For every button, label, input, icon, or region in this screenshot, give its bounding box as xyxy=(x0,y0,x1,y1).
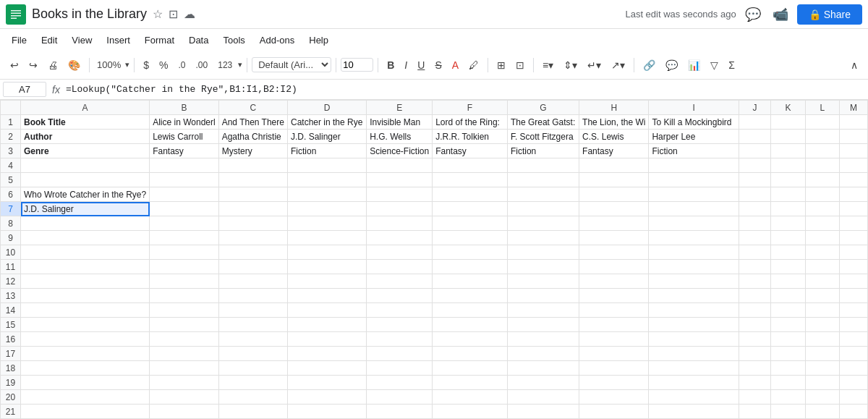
cell[interactable] xyxy=(771,187,806,202)
cell[interactable] xyxy=(287,231,366,245)
cell[interactable] xyxy=(150,289,218,303)
function-button[interactable]: Σ xyxy=(724,56,739,74)
cell[interactable] xyxy=(150,361,218,376)
cell[interactable] xyxy=(367,376,433,390)
cell[interactable] xyxy=(150,216,218,231)
cell[interactable] xyxy=(771,216,806,231)
cell[interactable] xyxy=(839,390,867,405)
cell[interactable]: Invisible Man xyxy=(367,115,433,130)
col-header-i[interactable]: I xyxy=(649,101,739,115)
cell[interactable]: Mystery xyxy=(218,144,287,158)
cell[interactable] xyxy=(739,187,770,202)
cell[interactable] xyxy=(771,332,806,347)
menu-edit[interactable]: Edit xyxy=(35,32,63,48)
cell[interactable]: The Lion, the Wi xyxy=(579,115,649,130)
cell[interactable] xyxy=(771,390,806,405)
cell[interactable] xyxy=(507,158,579,173)
cell[interactable] xyxy=(839,260,867,274)
cell[interactable] xyxy=(839,202,867,216)
col-header-d[interactable]: D xyxy=(287,101,366,115)
cell[interactable] xyxy=(21,260,150,274)
cell[interactable] xyxy=(507,332,579,347)
cell[interactable] xyxy=(839,303,867,318)
cell[interactable] xyxy=(805,173,839,187)
cell[interactable] xyxy=(579,187,649,202)
cell[interactable] xyxy=(433,390,508,405)
cell[interactable] xyxy=(649,274,739,289)
meet-button[interactable]: 📹 xyxy=(770,4,791,25)
merge-button[interactable]: ⊡ xyxy=(511,56,529,74)
cell[interactable] xyxy=(218,405,287,419)
row-header-2[interactable]: 2 xyxy=(1,130,21,144)
row-header-10[interactable]: 10 xyxy=(1,245,21,260)
row-header-13[interactable]: 13 xyxy=(1,289,21,303)
cell[interactable] xyxy=(21,231,150,245)
cell[interactable] xyxy=(839,144,867,158)
cell[interactable]: Fantasy xyxy=(579,144,649,158)
cell[interactable] xyxy=(150,173,218,187)
borders-button[interactable]: ⊞ xyxy=(493,56,510,74)
cell[interactable] xyxy=(579,376,649,390)
cell[interactable] xyxy=(367,231,433,245)
cell[interactable]: Lewis Carroll xyxy=(150,130,218,144)
menu-view[interactable]: View xyxy=(66,32,98,48)
cell[interactable] xyxy=(579,274,649,289)
cell[interactable] xyxy=(367,289,433,303)
italic-button[interactable]: I xyxy=(400,56,412,74)
cell[interactable] xyxy=(433,216,508,231)
cell[interactable] xyxy=(805,130,839,144)
cell[interactable] xyxy=(507,245,579,260)
cell[interactable] xyxy=(287,216,366,231)
cell[interactable] xyxy=(218,289,287,303)
cell[interactable] xyxy=(433,303,508,318)
cell[interactable] xyxy=(805,144,839,158)
cell[interactable] xyxy=(21,390,150,405)
cell[interactable] xyxy=(218,318,287,332)
cell[interactable]: J.R.R. Tolkien xyxy=(433,130,508,144)
font-size-input[interactable] xyxy=(341,58,373,72)
row-header-5[interactable]: 5 xyxy=(1,173,21,187)
cell[interactable]: C.S. Lewis xyxy=(579,130,649,144)
cell[interactable] xyxy=(579,158,649,173)
cell[interactable] xyxy=(839,158,867,173)
col-header-b[interactable]: B xyxy=(150,101,218,115)
star-icon[interactable]: ☆ xyxy=(153,7,163,21)
cell[interactable] xyxy=(433,187,508,202)
cell[interactable] xyxy=(218,274,287,289)
cell[interactable] xyxy=(367,260,433,274)
cell[interactable] xyxy=(771,376,806,390)
cell[interactable] xyxy=(805,405,839,419)
col-header-l[interactable]: L xyxy=(805,101,839,115)
cell[interactable] xyxy=(739,173,770,187)
cell[interactable] xyxy=(21,332,150,347)
cell[interactable] xyxy=(771,405,806,419)
cell[interactable] xyxy=(287,376,366,390)
cell[interactable] xyxy=(739,245,770,260)
cell[interactable] xyxy=(839,347,867,361)
cell[interactable] xyxy=(649,173,739,187)
cell[interactable] xyxy=(507,390,579,405)
fill-color-button[interactable]: 🖊 xyxy=(464,56,483,74)
cell[interactable] xyxy=(805,260,839,274)
cell[interactable] xyxy=(367,158,433,173)
cell[interactable] xyxy=(739,158,770,173)
cell[interactable] xyxy=(287,347,366,361)
cell[interactable] xyxy=(805,303,839,318)
cell[interactable] xyxy=(649,289,739,303)
menu-file[interactable]: File xyxy=(6,32,33,48)
cloud-icon[interactable]: ☁ xyxy=(184,7,195,21)
cell[interactable] xyxy=(507,216,579,231)
row-header-1[interactable]: 1 xyxy=(1,115,21,130)
cell[interactable] xyxy=(433,361,508,376)
cell[interactable] xyxy=(805,274,839,289)
format-number-button[interactable]: 123 xyxy=(213,57,237,73)
menu-data[interactable]: Data xyxy=(183,32,214,48)
cell[interactable] xyxy=(739,347,770,361)
cell[interactable] xyxy=(433,405,508,419)
cell[interactable] xyxy=(150,390,218,405)
cell[interactable] xyxy=(507,376,579,390)
cell[interactable] xyxy=(805,376,839,390)
cell[interactable] xyxy=(739,144,770,158)
menu-format[interactable]: Format xyxy=(139,32,180,48)
cell[interactable] xyxy=(218,361,287,376)
